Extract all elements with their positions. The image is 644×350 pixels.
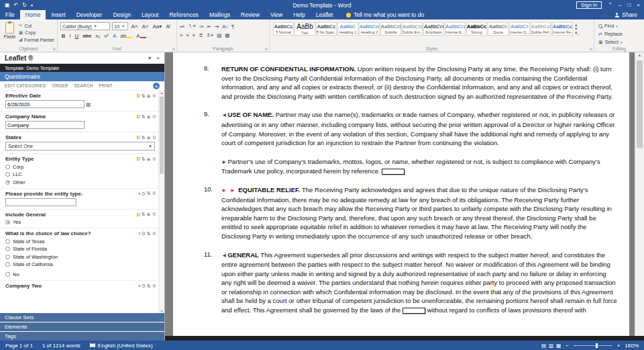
style-item[interactable]: AaBbTitle [294,22,315,36]
numbering-icon[interactable]: ⒈≡ [188,23,196,30]
align-center-icon[interactable]: ≡ [186,32,189,38]
tab-mailings[interactable]: Mailings [204,10,235,19]
visibility-icon[interactable]: ◉ [147,157,151,162]
style-item[interactable]: AaBbCc¶ Normal [273,22,294,36]
strikethrough-button[interactable]: abc [82,32,93,40]
document-page[interactable]: 8.RETURN OF CONFIDENTIAL INFORMATION. Up… [173,52,629,336]
visibility-icon[interactable]: ◉ [147,212,151,217]
gear-icon[interactable]: ⚙ [152,231,156,236]
visibility-icon[interactable]: ◉ [147,93,151,99]
style-item[interactable]: AaBbCcDIntense Re... [552,22,573,36]
align-left-icon[interactable]: ≡ [180,32,182,38]
gear-icon[interactable]: ⚙ [152,191,156,196]
effective-date-input[interactable] [5,100,85,108]
toolbar-print[interactable]: PRINT [99,83,113,88]
ribbon-display-options-icon[interactable]: ⌃ [608,2,612,8]
style-item[interactable]: AaBbCcQuote [488,22,508,36]
increase-indent-icon[interactable]: ⇥ [215,24,219,30]
read-mode-icon[interactable]: ▤ [541,343,546,349]
grow-font-icon[interactable]: A˄ [130,23,139,30]
fill-in-placeholder[interactable] [402,308,425,314]
qat-customize-icon[interactable]: ▾ [31,3,33,7]
format-painter-button[interactable]: ◢Format Painter [19,37,54,42]
superscript-button[interactable]: x² [103,32,110,40]
list-icon[interactable]: ≡ [138,283,141,288]
radio-other[interactable]: Other [5,179,158,185]
justify-icon[interactable]: ≣ [199,32,203,38]
paste-button[interactable]: Paste [3,21,17,39]
panel-scrollbar[interactable]: ▲ ▼ [158,91,164,313]
gallery-more-icon[interactable]: ▼̲ [574,31,578,35]
gear-icon[interactable]: ⚙ [152,212,156,217]
shrink-font-icon[interactable]: A˅ [141,23,150,30]
tab-leaflet[interactable]: Leaflet [311,10,339,19]
d-badge-icon[interactable]: D [137,157,140,161]
tab-developer[interactable]: Developer [71,10,108,19]
panel-scroll-thumb[interactable] [160,97,164,174]
panel-menu-icon[interactable]: ▾ [148,55,151,61]
paragraph-dialog-launcher-icon[interactable]: ⇲ [264,46,268,51]
vertical-scrollbar[interactable]: ▲ [635,52,644,336]
gear-icon[interactable]: ⚙ [152,157,156,162]
page-indicator[interactable]: Page 1 of 1 [5,343,33,349]
tab-review[interactable]: Review [235,10,265,19]
reorder-icon[interactable]: ⇅ [142,157,146,162]
states-select[interactable]: Select One ▼ [5,142,155,150]
reorder-icon[interactable]: ⇅ [142,212,146,217]
sign-in-button[interactable]: Sign in [576,1,602,9]
style-item[interactable]: AaBbCHeading 1 [337,22,358,36]
style-item[interactable]: AaBbCcDSubtitle [380,22,401,36]
calendar-icon[interactable]: ▦ [86,101,91,107]
zoom-level[interactable]: 160% [625,343,639,349]
tab-references[interactable]: References [164,10,203,19]
zoom-out-icon[interactable]: − [566,343,569,349]
visibility-icon[interactable]: ◉ [147,114,151,120]
radio-corp[interactable]: Corp [5,164,158,170]
reorder-icon[interactable]: ⇅ [142,114,146,120]
toolbar-edit-categories[interactable]: EDIT CATEGORIES [5,83,46,88]
reorder-icon[interactable]: ⇅ [147,231,151,236]
tab-layout[interactable]: Layout [136,10,164,19]
font-dialog-launcher-icon[interactable]: ⇲ [172,46,175,51]
change-case-icon[interactable]: Aa▾ [152,23,163,30]
highlight-color-icon[interactable]: ab [119,32,133,40]
fill-in-placeholder[interactable] [382,169,405,175]
select-button[interactable]: ▣Select▾ [598,39,623,45]
radio-state-of-washington[interactable]: State of Washington [5,254,158,260]
clipboard-dialog-launcher-icon[interactable]: ⇲ [52,46,56,51]
zoom-slider-thumb[interactable] [596,343,598,348]
find-button[interactable]: Find▾ [598,23,623,29]
radio-no[interactable]: No [5,271,158,277]
tab-home[interactable]: Home [20,10,46,19]
list-icon[interactable]: ≡ [138,231,141,236]
reorder-icon[interactable]: ⇅ [142,135,146,140]
scroll-up-icon[interactable]: ▲ [159,91,164,95]
style-item[interactable]: AaBbCcIntense Q... [509,22,530,36]
radio-state-of-texas[interactable]: State of Texas [5,238,158,245]
multilevel-list-icon[interactable]: ⁝≡ [199,24,204,30]
style-item[interactable]: AaBbCc¶ No Spac... [316,22,337,36]
word-count[interactable]: 1 of 1214 words [42,343,80,349]
style-item[interactable]: AaBbCcDEmphasis [423,22,444,36]
scroll-down-icon[interactable]: ▼ [159,309,164,313]
toolbar-search[interactable]: SEARCH [74,83,93,88]
section-clause-sets[interactable]: Clause Sets [0,313,164,322]
scroll-up-icon[interactable]: ▲ [635,52,644,57]
shading-icon[interactable]: ▨ [217,32,221,38]
toolbar-order[interactable]: ORDER [52,83,68,88]
gear-icon[interactable]: ⚙ [152,114,156,120]
redo-icon[interactable]: ↻ [22,2,27,8]
section-elements[interactable]: Elements [0,322,164,331]
d-badge-icon[interactable]: D [137,114,140,119]
style-item[interactable]: AaBbCcDIntense E... [445,22,466,36]
radio-state-of-california[interactable]: State of California [5,261,158,267]
underline-button[interactable]: U [74,32,80,40]
gear-icon[interactable]: ⚙ [152,135,156,140]
minimize-icon[interactable]: – [619,2,621,8]
text-effects-icon[interactable]: A [111,32,117,40]
font-name-combo[interactable]: Calibri (Body)▼ [60,22,110,30]
copy-button[interactable]: ▣Copy [19,30,54,36]
subscript-button[interactable]: x₂ [95,32,101,40]
d-badge-icon[interactable]: D [142,231,146,236]
web-layout-icon[interactable]: ▦ [556,343,561,349]
